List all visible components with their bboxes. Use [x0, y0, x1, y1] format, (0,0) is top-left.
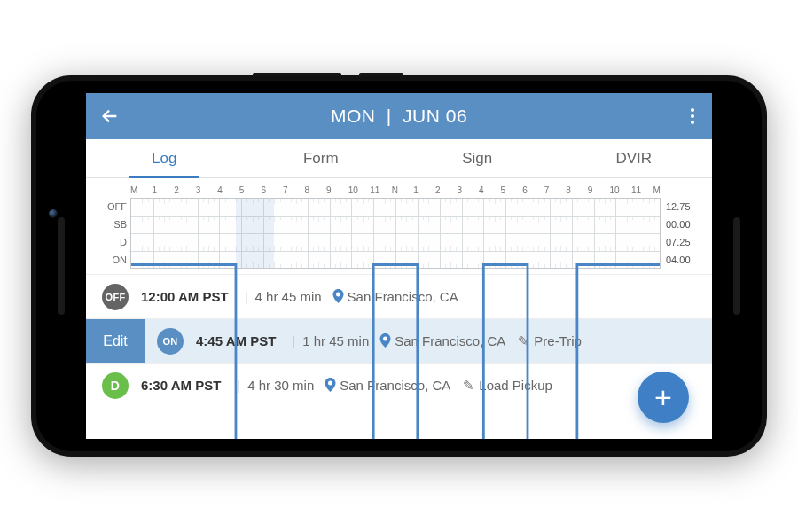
status-badge: D [102, 372, 129, 399]
back-button[interactable] [98, 105, 121, 128]
row-total: 04.00 [666, 251, 700, 269]
hour-tick: 3 [457, 185, 479, 198]
chart-grid[interactable] [130, 198, 661, 269]
hour-tick: 1 [413, 185, 435, 198]
hour-tick: M [653, 185, 661, 198]
hour-tick: 8 [305, 185, 327, 198]
hour-tick: 11 [631, 185, 653, 198]
hour-tick: 7 [544, 185, 567, 198]
phone-speaker-right [733, 217, 740, 315]
page-title: MON | JUN 06 [331, 106, 467, 127]
hour-tick: N [392, 185, 414, 198]
title-separator: | [387, 106, 392, 126]
screen: MON | JUN 06 Log Form Sign DVIR M1234567… [86, 93, 712, 439]
tab-form-label: Form [303, 150, 339, 168]
duty-line [131, 199, 660, 439]
tab-dvir[interactable]: DVIR [556, 139, 713, 177]
hour-tick: 6 [522, 185, 544, 198]
title-day: MON [331, 106, 376, 126]
back-arrow-icon [100, 106, 120, 126]
phone-frame: MON | JUN 06 Log Form Sign DVIR M1234567… [31, 75, 767, 457]
tab-dvir-label: DVIR [615, 150, 652, 168]
overflow-menu-button[interactable] [685, 103, 700, 129]
hour-tick: 5 [501, 185, 523, 198]
hos-chart: M1234567891011N1234567891011M OFFSBDON 1… [86, 178, 712, 274]
hour-tick: 10 [348, 185, 371, 198]
phone-camera [49, 209, 58, 218]
tab-log-label: Log [152, 150, 176, 168]
tab-bar: Log Form Sign DVIR [86, 139, 712, 178]
hour-tick: 5 [239, 185, 262, 198]
hour-tick: 7 [283, 185, 305, 198]
phone-button-top-1 [253, 73, 341, 76]
hour-tick: 6 [261, 185, 283, 198]
tab-form[interactable]: Form [243, 139, 400, 177]
hour-tick: 4 [479, 185, 501, 198]
hour-tick: 2 [174, 185, 196, 198]
tab-sign[interactable]: Sign [399, 139, 556, 177]
phone-button-top-2 [359, 73, 403, 76]
row-label: OFF [98, 198, 127, 215]
totals-column: 12.7500.0007.2504.00 [661, 198, 700, 269]
grid-zone: OFFSBDON 12.7500.0007.2504.00 [98, 198, 700, 269]
phone-speaker-left [58, 217, 65, 315]
add-fab-icon: + [654, 380, 672, 415]
hour-tick: 11 [370, 185, 392, 198]
hour-tick: 1 [153, 185, 175, 198]
hour-tick: 2 [435, 185, 458, 198]
hour-tick: 3 [196, 185, 218, 198]
hour-tick: M [130, 185, 153, 198]
hour-tick: 10 [609, 185, 631, 198]
hour-tick: 9 [326, 185, 348, 198]
status-badge: OFF [102, 284, 129, 310]
hour-tick: 4 [217, 185, 239, 198]
add-fab[interactable]: + [638, 372, 689, 423]
phone-inner: MON | JUN 06 Log Form Sign DVIR M1234567… [36, 81, 762, 451]
row-total: 00.00 [666, 215, 700, 233]
row-label: ON [98, 251, 127, 269]
row-total: 07.25 [666, 233, 700, 251]
status-axis: OFFSBDON [98, 198, 130, 269]
row-total: 12.75 [666, 198, 700, 215]
top-bar: MON | JUN 06 [86, 93, 712, 139]
title-date: JUN 06 [403, 106, 467, 126]
row-label: SB [98, 215, 127, 233]
tab-sign-label: Sign [462, 150, 492, 168]
hour-axis: M1234567891011N1234567891011M [130, 185, 661, 198]
tab-log[interactable]: Log [86, 139, 243, 177]
hour-tick: 9 [588, 185, 610, 198]
row-label: D [98, 233, 127, 251]
hour-tick: 8 [566, 185, 588, 198]
